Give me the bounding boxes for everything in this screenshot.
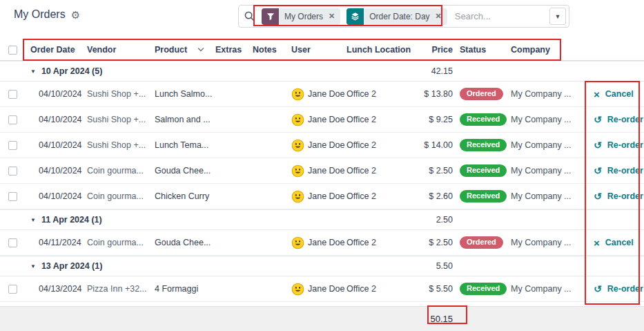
column-header-notes[interactable]: Notes <box>250 45 289 55</box>
row-checkbox[interactable] <box>8 141 17 150</box>
facet-close-icon[interactable]: ✕ <box>436 12 447 21</box>
order-date-cell: 04/10/2024 <box>28 166 84 176</box>
group-label: ▼13 Apr 2024 (1) <box>28 261 413 271</box>
table-row[interactable]: 04/11/2024Coin gourma...Gouda Chee...Jan… <box>0 230 644 256</box>
group-row[interactable]: ▼10 Apr 2024 (5)42.15 <box>0 61 644 82</box>
reorder-history-icon: ↺ <box>594 115 602 124</box>
row-checkbox[interactable] <box>8 90 17 99</box>
status-cell: Received <box>457 113 508 126</box>
order-date-cell: 04/10/2024 <box>28 191 84 201</box>
status-badge: Ordered <box>460 88 503 100</box>
product-cell: Gouda Chee... <box>152 238 213 247</box>
column-header-vendor[interactable]: Vendor <box>84 45 152 55</box>
column-header-label: Product <box>155 45 187 55</box>
table-row[interactable]: 04/10/2024Coin gourma...Chicken CurryJan… <box>0 184 644 209</box>
action-label: Re-order <box>607 191 643 201</box>
column-header-price[interactable]: Price <box>413 45 457 55</box>
group-collapse-caret-icon[interactable]: ▼ <box>30 217 36 223</box>
actions-cell: ×Cancel <box>580 89 644 100</box>
table-row[interactable]: 04/10/2024Coin gourma...Gouda Chee...Jan… <box>0 158 644 184</box>
user-name: Jane Doe <box>308 238 345 247</box>
page-title: My Orders <box>14 8 66 21</box>
column-header-order-date[interactable]: Order Date <box>28 45 84 55</box>
group-subtotal: 5.50 <box>413 261 457 271</box>
table-row[interactable]: 04/10/2024Sushi Shop +...Lunch Salmo...J… <box>0 82 644 107</box>
group-row[interactable]: ▼11 Apr 2024 (1)2.50 <box>0 209 644 230</box>
column-header-company[interactable]: Company <box>508 45 580 55</box>
product-cell: Lunch Salmo... <box>152 89 213 99</box>
user-cell: Jane Doe <box>289 88 344 101</box>
row-checkbox-cell <box>0 284 28 294</box>
select-all-checkbox[interactable] <box>8 46 17 55</box>
order-date-cell: 04/13/2024 <box>28 284 84 294</box>
status-badge: Ordered <box>460 236 503 249</box>
row-checkbox[interactable] <box>8 115 17 124</box>
action-label: Re-order <box>607 115 643 124</box>
group-row[interactable]: ▼13 Apr 2024 (1)5.50 <box>0 256 644 276</box>
actions-cell: ↺Re-order <box>580 191 644 201</box>
search-options-toggle[interactable]: ▼ <box>549 8 566 25</box>
facet-close-icon[interactable]: ✕ <box>329 12 340 21</box>
status-cell: Received <box>457 283 508 295</box>
user-avatar <box>291 139 304 152</box>
price-cell: $ 2.60 <box>413 191 457 201</box>
status-badge: Received <box>460 190 507 202</box>
gear-icon[interactable]: ⚙ <box>71 10 80 20</box>
group-collapse-caret-icon[interactable]: ▼ <box>30 263 36 269</box>
price-cell: $ 2.50 <box>413 238 457 247</box>
table-header-row: Order Date Vendor Product Extras Notes U… <box>0 39 644 61</box>
sort-chevron-icon <box>197 47 204 52</box>
reorder-button[interactable]: ↺Re-order <box>583 115 643 124</box>
product-cell: Lunch Tema... <box>152 140 213 150</box>
reorder-button[interactable]: ↺Re-order <box>583 166 643 176</box>
lunch-location-cell: Office 2 <box>344 140 413 150</box>
row-checkbox-cell <box>0 89 28 99</box>
search-bar[interactable]: My Orders ✕ Order Date: Day ✕ Search... … <box>238 5 569 28</box>
user-avatar <box>291 164 304 178</box>
product-cell: Salmon and ... <box>152 115 213 124</box>
group-subtotal: 2.50 <box>413 215 457 225</box>
table-row[interactable]: 04/13/2024Pizza Inn +32...4 FormaggiJane… <box>0 276 644 302</box>
reorder-button[interactable]: ↺Re-order <box>583 191 643 201</box>
user-cell: Jane Doe <box>289 164 344 178</box>
row-checkbox[interactable] <box>8 238 17 247</box>
reorder-button[interactable]: ↺Re-order <box>583 284 643 294</box>
column-header-extras[interactable]: Extras <box>213 45 250 55</box>
column-header-lunch-location[interactable]: Lunch Location <box>344 45 413 55</box>
row-checkbox-cell <box>0 191 28 201</box>
status-badge: Received <box>460 113 507 126</box>
status-cell: Ordered <box>457 88 508 100</box>
reorder-button[interactable]: ↺Re-order <box>583 140 643 150</box>
column-header-status[interactable]: Status <box>457 45 508 55</box>
column-header-product[interactable]: Product <box>152 45 213 55</box>
user-name: Jane Doe <box>308 140 345 150</box>
cancel-button[interactable]: ×Cancel <box>583 238 634 248</box>
row-checkbox[interactable] <box>8 285 17 294</box>
action-label: Cancel <box>605 89 634 99</box>
table-row[interactable]: 04/10/2024Sushi Shop +...Lunch Tema...Ja… <box>0 133 644 158</box>
vendor-cell: Pizza Inn +32... <box>84 284 152 294</box>
group-collapse-caret-icon[interactable]: ▼ <box>30 68 36 75</box>
lunch-location-cell: Office 2 <box>344 115 413 124</box>
row-checkbox[interactable] <box>8 167 17 176</box>
row-checkbox[interactable] <box>8 192 17 201</box>
groupby-facet[interactable]: Order Date: Day ✕ <box>347 8 447 25</box>
facet-label: Order Date: Day <box>364 12 435 21</box>
status-badge: Received <box>460 139 507 151</box>
action-label: Re-order <box>607 140 643 150</box>
user-avatar <box>291 113 304 126</box>
table-row[interactable]: 04/10/2024Sushi Shop +...Salmon and ...J… <box>0 107 644 133</box>
filter-facet[interactable]: My Orders ✕ <box>262 8 340 25</box>
action-label: Re-order <box>607 166 643 176</box>
column-header-user[interactable]: User <box>289 45 344 55</box>
price-cell: $ 2.50 <box>413 166 457 176</box>
search-input[interactable]: Search... <box>455 11 491 21</box>
actions-cell: ↺Re-order <box>580 140 644 150</box>
user-cell: Jane Doe <box>289 190 344 203</box>
company-cell: My Company ... <box>508 115 580 124</box>
row-checkbox-cell <box>0 115 28 124</box>
vendor-cell: Sushi Shop +... <box>84 89 152 99</box>
cancel-button[interactable]: ×Cancel <box>583 89 634 100</box>
actions-cell: ↺Re-order <box>580 115 644 124</box>
lunch-location-cell: Office 2 <box>344 238 413 247</box>
